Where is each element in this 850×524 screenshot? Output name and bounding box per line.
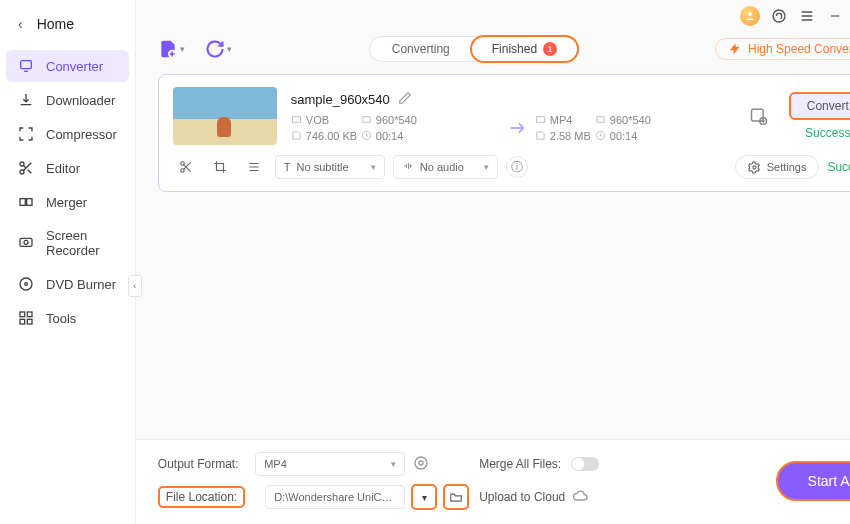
edit-name-icon[interactable] xyxy=(398,91,412,108)
bolt-icon xyxy=(728,42,742,56)
sidebar-item-label: Compressor xyxy=(46,127,117,142)
video-thumbnail[interactable] xyxy=(173,87,277,145)
chevron-down-icon: ▾ xyxy=(391,459,396,469)
chevron-down-icon: ▾ xyxy=(180,44,185,54)
sidebar-item-converter[interactable]: Converter xyxy=(6,50,129,82)
avatar[interactable] xyxy=(740,6,760,26)
svg-point-2 xyxy=(20,170,24,174)
trim-button[interactable] xyxy=(173,156,199,178)
converter-icon xyxy=(18,58,34,74)
tab-converting[interactable]: Converting xyxy=(370,37,472,61)
sidebar-item-dvd-burner[interactable]: DVD Burner xyxy=(6,268,129,300)
upload-cloud-label: Upload to Cloud xyxy=(479,490,565,504)
download-icon xyxy=(18,92,34,108)
collapse-sidebar-button[interactable]: ‹ xyxy=(128,275,142,297)
footer: Output Format: MP4 ▾ Merge All Files: St… xyxy=(136,439,850,524)
svg-rect-19 xyxy=(536,117,544,123)
menu-icon[interactable] xyxy=(798,7,816,25)
gear-icon xyxy=(748,161,761,174)
svg-point-7 xyxy=(20,278,32,290)
compress-icon xyxy=(18,126,34,142)
chevron-down-icon: ▾ xyxy=(227,44,232,54)
home-label[interactable]: Home xyxy=(37,16,74,32)
status-label: Success xyxy=(805,126,850,140)
tab-segment: Converting Finished 1 xyxy=(369,36,578,62)
svg-point-6 xyxy=(24,240,28,244)
effects-button[interactable] xyxy=(241,156,267,178)
svg-rect-11 xyxy=(20,319,25,324)
titlebar xyxy=(136,0,850,32)
svg-rect-17 xyxy=(292,117,300,123)
file-plus-icon xyxy=(158,39,178,59)
svg-rect-20 xyxy=(597,117,604,123)
svg-point-8 xyxy=(25,283,28,286)
sidebar-item-downloader[interactable]: Downloader xyxy=(6,84,129,116)
crop-button[interactable] xyxy=(207,156,233,178)
svg-rect-9 xyxy=(20,312,25,317)
chevron-down-icon: ▾ xyxy=(371,162,376,172)
sidebar-item-merger[interactable]: Merger xyxy=(6,186,129,218)
info-icon[interactable]: ⓘ xyxy=(506,156,528,178)
batch-convert-button[interactable]: ▾ xyxy=(205,39,232,59)
dst-format: MP4 xyxy=(535,114,595,126)
dst-resolution: 960*540 xyxy=(595,114,675,126)
svg-point-28 xyxy=(419,461,423,465)
audio-select[interactable]: No audio ▾ xyxy=(393,155,498,179)
format-settings-icon[interactable] xyxy=(413,455,429,474)
subtitle-select[interactable]: T No subtitle ▾ xyxy=(275,155,385,179)
finished-count-badge: 1 xyxy=(543,42,557,56)
file-name: sample_960x540 xyxy=(291,92,390,107)
item-settings-button[interactable]: Settings xyxy=(735,155,820,179)
src-resolution: 960*540 xyxy=(361,114,441,126)
svg-rect-3 xyxy=(20,199,25,206)
svg-rect-10 xyxy=(27,312,32,317)
sidebar-item-tools[interactable]: Tools xyxy=(6,302,129,334)
support-icon[interactable] xyxy=(770,7,788,25)
dst-size: 2.58 MB xyxy=(535,130,595,142)
scissors-icon xyxy=(18,160,34,176)
minimize-icon[interactable] xyxy=(826,7,844,25)
cloud-icon[interactable] xyxy=(573,488,589,507)
src-duration: 00:14 xyxy=(361,130,441,142)
sidebar-item-label: Downloader xyxy=(46,93,115,108)
back-icon[interactable]: ‹ xyxy=(18,16,23,32)
sidebar-item-compressor[interactable]: Compressor xyxy=(6,118,129,150)
file-location-select[interactable]: D:\Wondershare UniConverter\ xyxy=(265,485,405,509)
svg-point-13 xyxy=(748,12,752,16)
start-all-button[interactable]: Start All xyxy=(776,461,850,501)
disc-icon xyxy=(18,276,34,292)
output-format-select[interactable]: MP4 ▾ xyxy=(255,452,405,476)
src-size: 746.00 KB xyxy=(291,130,361,142)
merger-icon xyxy=(18,194,34,210)
svg-point-29 xyxy=(415,457,427,469)
file-card: sample_960x540 VOB 960*540 MP4 960*540 7… xyxy=(158,74,850,192)
recorder-icon xyxy=(18,235,34,251)
sidebar-item-label: Merger xyxy=(46,195,87,210)
grid-icon xyxy=(18,310,34,326)
merge-label: Merge All Files: xyxy=(479,457,561,471)
svg-point-1 xyxy=(20,162,24,166)
output-settings-icon[interactable] xyxy=(749,106,769,126)
main-panel: ▾ ▾ Converting Finished 1 High Speed Con… xyxy=(136,0,850,524)
convert-button[interactable]: Convert xyxy=(789,92,850,120)
svg-rect-23 xyxy=(751,109,763,121)
svg-rect-12 xyxy=(27,319,32,324)
sidebar-item-label: Tools xyxy=(46,311,76,326)
svg-rect-0 xyxy=(21,61,32,69)
sidebar-item-label: Screen Recorder xyxy=(46,228,117,258)
svg-point-14 xyxy=(773,10,785,22)
location-dropdown-button[interactable]: ▾ xyxy=(411,484,437,510)
subtitle-icon: T xyxy=(284,161,291,173)
high-speed-conversion-button[interactable]: High Speed Conversion xyxy=(715,38,850,60)
sidebar-item-label: Editor xyxy=(46,161,80,176)
tab-finished[interactable]: Finished 1 xyxy=(470,35,579,63)
src-format: VOB xyxy=(291,114,361,126)
sidebar-item-editor[interactable]: Editor xyxy=(6,152,129,184)
add-file-button[interactable]: ▾ xyxy=(158,39,185,59)
merge-toggle[interactable] xyxy=(571,457,599,471)
sidebar-item-screen-recorder[interactable]: Screen Recorder xyxy=(6,220,129,266)
open-folder-button[interactable] xyxy=(443,484,469,510)
dst-duration: 00:14 xyxy=(595,130,675,142)
sidebar: ‹ Home Converter Downloader Compressor E… xyxy=(0,0,136,524)
arrow-icon xyxy=(501,117,535,139)
